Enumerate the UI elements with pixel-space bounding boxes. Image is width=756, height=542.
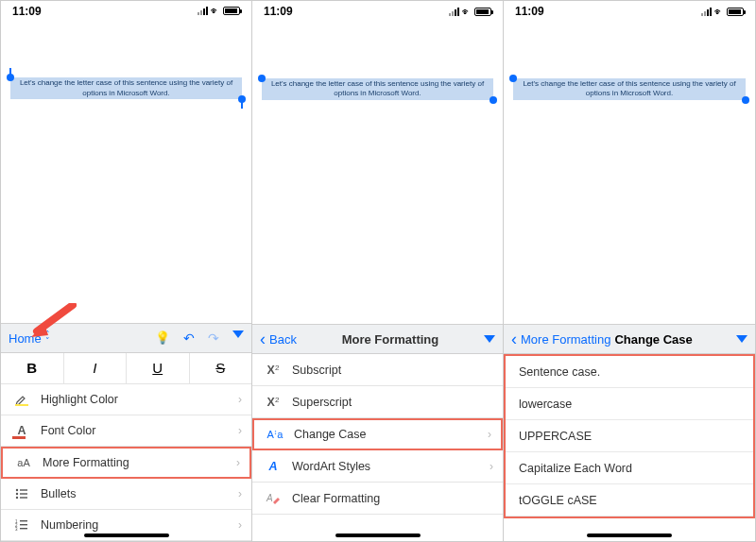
pane-more-formatting: 11:09 ᯤ Let's change the letter case of … <box>252 1 504 541</box>
pane-home: 11:09 ᯤ Let's change the letter case of … <box>1 1 252 541</box>
svg-point-5 <box>16 497 18 499</box>
basic-format-row: B I U S <box>1 353 251 384</box>
label: Highlight Color <box>41 393 118 406</box>
row-font-color[interactable]: A Font Color › <box>1 415 251 447</box>
svg-rect-10 <box>20 524 27 525</box>
battery-icon <box>727 8 744 16</box>
selection-handle-start[interactable] <box>509 75 517 82</box>
strike-button[interactable]: S <box>190 353 252 383</box>
three-pane-container: 11:09 ᯤ Let's change the letter case of … <box>0 0 756 542</box>
collapse-icon[interactable] <box>232 330 244 338</box>
panel-title: Change Case <box>614 332 692 347</box>
signal-icon <box>449 8 459 16</box>
document-area[interactable]: Let's change the letter case of this sen… <box>504 22 755 324</box>
selection-handle-start[interactable] <box>258 75 266 82</box>
chevron-right-icon: › <box>490 460 493 473</box>
wordart-icon: A <box>264 460 283 473</box>
row-more-formatting[interactable]: aA More Formatting › <box>1 447 251 478</box>
time: 11:09 <box>515 5 544 18</box>
collapse-icon[interactable] <box>736 335 747 343</box>
document-area[interactable]: Let's change the letter case of this sen… <box>252 22 503 324</box>
signal-icon <box>198 7 208 15</box>
underline-button[interactable]: U <box>127 353 190 383</box>
row-highlight-color[interactable]: Highlight Color › <box>1 384 251 415</box>
ribbon-toolbar: ‹ Back More Formatting <box>252 324 503 354</box>
annotation-arrow <box>27 303 77 347</box>
option-toggle-case[interactable]: tOGGLE cASE <box>506 484 753 517</box>
clear-formatting-icon: A <box>264 491 283 506</box>
time: 11:09 <box>12 5 42 18</box>
chevron-right-icon: › <box>238 424 242 437</box>
ribbon-toolbar: ‹ More Formatting Change Case <box>504 324 755 354</box>
label: WordArt Styles <box>292 460 370 473</box>
font-color-icon: A <box>12 424 31 437</box>
svg-text:A: A <box>266 493 273 503</box>
selection-handle-end[interactable] <box>490 96 497 104</box>
document-area[interactable]: Let's change the letter case of this sen… <box>1 21 251 323</box>
collapse-icon[interactable] <box>484 335 495 343</box>
row-subscript[interactable]: X2 Subscript <box>252 354 503 386</box>
redo-icon[interactable]: ↷ <box>208 330 219 346</box>
signal-icon <box>701 8 712 16</box>
battery-icon <box>474 8 491 16</box>
row-bullets[interactable]: Bullets › <box>1 479 251 510</box>
undo-icon[interactable]: ↶ <box>183 330 195 346</box>
highlight-icon <box>12 392 31 407</box>
svg-text:3: 3 <box>15 526 18 531</box>
chevron-right-icon: › <box>238 487 242 500</box>
status-icons: ᯤ <box>449 7 491 17</box>
label: Clear Formatting <box>292 492 380 505</box>
svg-rect-8 <box>20 520 27 521</box>
ideas-icon[interactable]: 💡 <box>155 330 170 346</box>
selected-text[interactable]: Let's change the letter case of this sen… <box>513 78 746 100</box>
status-bar: 11:09 ᯤ <box>504 1 755 22</box>
label: Superscript <box>292 396 352 409</box>
svg-rect-12 <box>20 528 27 529</box>
case-options-group: Sentence case. lowercase UPPERCASE Capit… <box>504 354 755 518</box>
wifi-icon: ᯤ <box>211 6 220 16</box>
option-sentence-case[interactable]: Sentence case. <box>506 356 753 388</box>
panel-title: More Formatting <box>297 332 484 347</box>
back-label: More Formatting <box>521 332 610 347</box>
option-capitalize-each-word[interactable]: Capitalize Each Word <box>506 452 753 484</box>
chevron-right-icon: › <box>238 393 242 406</box>
chevron-right-icon: › <box>236 456 240 469</box>
chevron-right-icon: › <box>488 428 491 441</box>
back-button[interactable]: ‹ More Formatting <box>511 330 610 349</box>
selection-handle-end[interactable] <box>742 96 749 104</box>
chevron-left-icon: ‹ <box>260 330 266 349</box>
bold-button[interactable]: B <box>1 353 64 383</box>
svg-point-3 <box>16 493 18 495</box>
row-clear-formatting[interactable]: A Clear Formatting <box>252 483 503 515</box>
change-case-icon: A↕a <box>266 429 284 440</box>
home-indicator[interactable] <box>335 534 421 537</box>
row-wordart[interactable]: A WordArt Styles › <box>252 450 503 483</box>
label: More Formatting <box>43 456 129 469</box>
more-formatting-icon: aA <box>14 457 33 468</box>
pane-change-case: 11:09 ᯤ Let's change the letter case of … <box>504 1 755 541</box>
row-change-case[interactable]: A↕a Change Case › <box>252 418 503 450</box>
subscript-icon: X2 <box>264 364 283 377</box>
wifi-icon: ᯤ <box>462 7 472 17</box>
wifi-icon: ᯤ <box>714 7 724 17</box>
numbering-icon: 123 <box>12 518 31 532</box>
svg-rect-6 <box>20 497 27 498</box>
option-lowercase[interactable]: lowercase <box>506 388 753 420</box>
status-icons: ᯤ <box>701 7 744 17</box>
back-button[interactable]: ‹ Back <box>260 330 297 349</box>
italic-button[interactable]: I <box>64 353 128 383</box>
time: 11:09 <box>264 5 293 18</box>
svg-point-1 <box>16 489 18 491</box>
home-indicator[interactable] <box>84 534 169 537</box>
label: Numbering <box>41 518 98 532</box>
svg-rect-0 <box>15 404 28 406</box>
label: Subscript <box>292 364 341 377</box>
option-uppercase[interactable]: UPPERCASE <box>506 420 753 452</box>
selected-text[interactable]: Let's change the letter case of this sen… <box>10 77 242 99</box>
row-superscript[interactable]: X2 Superscript <box>252 386 503 418</box>
home-indicator[interactable] <box>587 534 672 537</box>
label: Font Color <box>41 424 95 437</box>
svg-rect-4 <box>20 493 27 494</box>
status-bar: 11:09 ᯤ <box>252 1 503 22</box>
selected-text[interactable]: Let's change the letter case of this sen… <box>262 78 493 100</box>
